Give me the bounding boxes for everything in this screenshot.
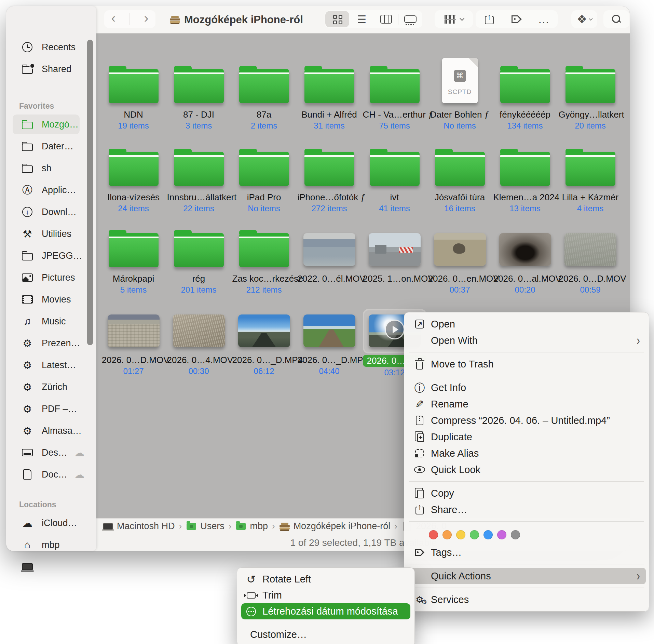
- sidebar-item-downl-[interactable]: ↓Downl…: [6, 201, 96, 223]
- tag-color-dot[interactable]: [456, 530, 465, 539]
- grid-item[interactable]: 87a2 items: [231, 54, 297, 131]
- submenu-item-customize[interactable]: Customize…: [237, 627, 414, 643]
- sidebar-item-mbp[interactable]: ⌂mbp: [6, 534, 96, 556]
- grid-item[interactable]: CH - Va…erthur ƒ75 items: [362, 54, 427, 131]
- menu-item-compress-2026-04-06-untitled-mp4[interactable]: Compress “2026. 04. 06. – Untitled.mp4”: [404, 412, 649, 429]
- grid-item[interactable]: rég201 items: [166, 218, 231, 295]
- list-view-button[interactable]: ☰: [350, 10, 374, 28]
- submenu-item-létrehozási-dátum-módosítása[interactable]: Létrehozási dátum módosítása: [241, 603, 410, 619]
- breadcrumb-users[interactable]: Users: [186, 521, 224, 532]
- sidebar-item-almasa-[interactable]: ⚙Almasa…: [6, 420, 96, 442]
- sidebar-item-icloud-[interactable]: ☁iCloud…: [6, 512, 96, 534]
- books-icon: [279, 522, 290, 531]
- forward-button[interactable]: ›: [144, 11, 149, 25]
- dropbox-button[interactable]: ❖: [571, 10, 597, 28]
- grid-item[interactable]: Márokpapi5 items: [101, 218, 166, 295]
- menu-item-open[interactable]: ↗Open: [404, 316, 649, 332]
- grid-item[interactable]: 2026. 0…D.MOV00:59: [558, 218, 623, 295]
- grid-item[interactable]: iPhone…őfotók ƒ272 items: [297, 137, 362, 213]
- grid-item[interactable]: 2026. 0…en.MOV00:37: [427, 218, 492, 295]
- sidebar-item-z-rich[interactable]: ⚙Zürich: [6, 376, 96, 398]
- grid-item[interactable]: 2026. 0…al.MOV00:20: [492, 218, 558, 295]
- menu-item-quick-actions[interactable]: Quick Actions›: [407, 568, 646, 584]
- tag-color-dot[interactable]: [470, 530, 479, 539]
- grid-item[interactable]: 2022. 0…él.MOV: [297, 218, 362, 295]
- search-button[interactable]: [603, 10, 629, 28]
- breadcrumb-label: Users: [200, 521, 224, 532]
- breadcrumb-macintosh-hd[interactable]: Macintosh HD: [103, 521, 175, 532]
- grid-item[interactable]: NDN19 items: [101, 54, 166, 131]
- sidebar-item-pictures[interactable]: Pictures: [6, 267, 96, 289]
- submenu-item-rotate-left[interactable]: ↺Rotate Left: [237, 571, 414, 587]
- grid-item[interactable]: 2026. 0…_D.MP404:40: [297, 299, 362, 377]
- sidebar-item-utilities[interactable]: ⚒Utilities: [6, 223, 96, 245]
- breadcrumb-mbp[interactable]: mbp: [235, 521, 268, 532]
- folder-proxy-icon[interactable]: [170, 15, 180, 24]
- group-by-button[interactable]: [435, 10, 473, 28]
- menu-item-get-info[interactable]: ⓘGet Info: [404, 379, 649, 396]
- grid-item[interactable]: ⌘SCPTDDater Bohlen ƒNo items: [427, 54, 492, 131]
- grid-item[interactable]: Ilona-vízesés24 items: [101, 137, 166, 213]
- submenu-item-trim[interactable]: Trim: [237, 587, 414, 603]
- grid-item[interactable]: iPad ProNo items: [231, 137, 297, 213]
- sidebar-item-mozg-[interactable]: Mozgó…: [6, 113, 96, 135]
- menu-item-move-to-trash[interactable]: Move to Trash: [404, 356, 649, 372]
- menu-item-duplicate[interactable]: Duplicate: [404, 429, 649, 445]
- grid-item[interactable]: ivt41 items: [362, 137, 427, 213]
- grid-item[interactable]: Zas koc…rkezése212 items: [231, 218, 297, 295]
- grid-item[interactable]: 2025. 1…on.MOV: [362, 218, 427, 295]
- sidebar-item-shared[interactable]: Shared: [6, 58, 96, 80]
- sidebar-item-sh[interactable]: sh: [6, 157, 96, 179]
- more-actions-button[interactable]: …: [530, 10, 558, 28]
- sidebar-item-applic-[interactable]: ⒶApplic…: [6, 179, 96, 201]
- menu-item-make-alias[interactable]: Make Alias: [404, 445, 649, 461]
- back-button[interactable]: ‹: [111, 11, 116, 25]
- sidebar-item-jpegg-[interactable]: JPEGG…: [6, 245, 96, 267]
- tag-color-dot[interactable]: [429, 530, 438, 539]
- tag-color-dot[interactable]: [497, 530, 506, 539]
- sidebar-item-partial[interactable]: [6, 556, 96, 578]
- menu-item-share[interactable]: Share…: [404, 501, 649, 518]
- menu-item-open-with[interactable]: Open With›: [404, 332, 649, 349]
- menu-separator: [404, 584, 649, 591]
- tag-color-dot[interactable]: [511, 530, 520, 539]
- menu-item-label: Duplicate: [431, 431, 472, 443]
- grid-item[interactable]: Klemen…a 202413 items: [492, 137, 558, 213]
- grid-item[interactable]: fénykééééép134 items: [492, 54, 558, 131]
- sidebar-item-dater-[interactable]: Dater…: [6, 135, 96, 157]
- breadcrumb-mozg-k-pek-iphone-r-l[interactable]: Mozgóképek iPhone-ról: [279, 521, 391, 532]
- grid-item[interactable]: 2026. 0…4.MOV00:30: [166, 299, 231, 377]
- grid-item[interactable]: 2026. 0…D.MOV01:27: [101, 299, 166, 377]
- sidebar-item-music[interactable]: ♫Music: [6, 310, 96, 332]
- grid-view-button[interactable]: [325, 11, 349, 27]
- sidebar-scrollbar[interactable]: [87, 40, 93, 345]
- tag-color-dot[interactable]: [442, 530, 452, 539]
- share-button[interactable]: [476, 10, 503, 28]
- sidebar-item-recents[interactable]: Recents: [6, 36, 96, 58]
- grid-item[interactable]: Jósvafői túra16 items: [427, 137, 492, 213]
- grid-item[interactable]: 87 - DJI3 items: [166, 54, 231, 131]
- menu-item-rename[interactable]: ✎Rename: [404, 396, 649, 412]
- sidebar-item-pdf-[interactable]: ⚙PDF –…: [6, 398, 96, 420]
- tags-button[interactable]: [503, 10, 530, 28]
- item-subtext: No items: [248, 204, 280, 213]
- sidebar-item-prezen-[interactable]: ⚙Prezen…: [6, 332, 96, 354]
- menu-item-quick-look[interactable]: Quick Look: [404, 461, 649, 478]
- sidebar-item-movies[interactable]: Movies: [6, 289, 96, 310]
- grid-item[interactable]: Innsbru…állatkert22 items: [166, 137, 231, 213]
- grid-item[interactable]: Gyöngy…llatkert20 items: [558, 54, 623, 131]
- menu-item-copy[interactable]: Copy: [404, 485, 649, 501]
- menu-separator: [404, 478, 649, 485]
- sidebar-item-des-[interactable]: Des…☁: [6, 442, 96, 464]
- grid-item[interactable]: Bundi + Alfréd31 items: [297, 54, 362, 131]
- tag-color-dot[interactable]: [483, 530, 493, 539]
- column-view-button[interactable]: [374, 10, 398, 28]
- grid-item[interactable]: Lilla + Kázmér4 items: [558, 137, 623, 213]
- item-name: 87 - DJI: [183, 109, 214, 120]
- sidebar-item-latest-[interactable]: ⚙Latest…: [6, 354, 96, 376]
- menu-item-tags[interactable]: Tags…: [404, 544, 649, 561]
- grid-item[interactable]: 2026. 0…_D.MP406:12: [231, 299, 297, 377]
- menu-item-services[interactable]: ⚙Services: [404, 591, 649, 608]
- sidebar-item-doc-[interactable]: Doc…☁: [6, 464, 96, 485]
- gallery-view-button[interactable]: [398, 10, 422, 28]
